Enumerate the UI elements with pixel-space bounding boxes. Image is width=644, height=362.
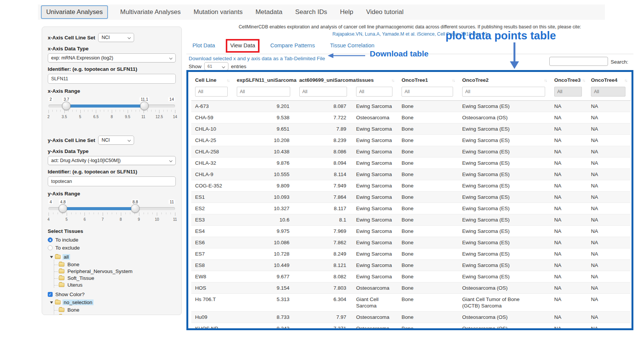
tissue-include-option[interactable]: To include	[48, 237, 176, 243]
show-color-checkbox[interactable]	[48, 292, 53, 297]
table-cell: NA	[587, 101, 631, 112]
table-row[interactable]: A-6739.2018.087Ewing SarcomaBoneEwing Sa…	[191, 101, 631, 112]
show-color-option[interactable]: Show Color?	[48, 292, 176, 297]
column-header-expslfn11-unisarcoma[interactable]: expSLFN11_uniSarcoma↑↓	[233, 73, 295, 86]
tree-node-bone[interactable]: Bone	[54, 307, 176, 313]
tree-node-bone[interactable]: Bone	[54, 262, 176, 267]
sort-icon[interactable]: ↑↓	[452, 78, 455, 83]
table-cell: Bone	[398, 226, 458, 237]
slider-handle-to[interactable]	[131, 204, 140, 213]
slider-max-label: 14	[168, 97, 175, 101]
column-header-oncotree3[interactable]: OncoTree3↑↓	[550, 73, 587, 86]
table-cell: Osteosarcoma	[352, 282, 398, 294]
include-option-label: To include	[55, 237, 78, 243]
table-row[interactable]: ES810.4498.121Ewing SarcomaBoneEwing Sar…	[191, 260, 631, 271]
x-axis-range-slider[interactable]: 2143.711.123.556.589.51112.514	[48, 97, 175, 122]
table-row[interactable]: CHLA-2510.2088.239Ewing SarcomaBoneEwing…	[191, 135, 631, 146]
tree-node-peripheral-nervous-system[interactable]: Peripheral_Nervous_System	[54, 268, 176, 274]
table-row[interactable]: CHA-599.5387.722OsteosarcomaBoneOsteosar…	[191, 112, 631, 123]
table-cell: Ewing Sarcoma	[352, 248, 398, 260]
filter-input-expslfn11-unisarcoma[interactable]	[237, 87, 290, 97]
table-cell: Bone	[398, 135, 458, 146]
y-identifier-input[interactable]	[48, 176, 176, 186]
x-data-type-select[interactable]: exp: mRNA Expression (log2)	[48, 53, 176, 62]
tissue-exclude-option[interactable]: To exclude	[48, 245, 176, 251]
nav-tab-multivariate-analyses[interactable]: Multivariate Analyses	[119, 6, 181, 18]
filter-input-tissues[interactable]	[356, 87, 392, 97]
table-cell: NA	[550, 312, 587, 323]
sort-icon[interactable]: ↑↓	[544, 78, 547, 83]
table-row[interactable]: COG-E-3529.8097.949Ewing SarcomaBoneEwin…	[191, 180, 631, 192]
table-row[interactable]: CHLA-910.5558.114Ewing SarcomaBoneEwing …	[191, 169, 631, 180]
table-row[interactable]: KHOS NP8.3437.371OsteosarcomaBoneOsteosa…	[191, 323, 631, 331]
tab-plot-data[interactable]: Plot Data	[192, 42, 215, 48]
column-header-cell-line[interactable]: Cell Line↑↓	[191, 73, 233, 86]
tab-view-data[interactable]: View Data	[230, 42, 255, 48]
nav-tab-mutation-variants[interactable]: Mutation variants	[193, 6, 243, 18]
table-row[interactable]: CHLA-109.6517.89Ewing SarcomaBoneEwing S…	[191, 123, 631, 135]
entries-per-page-select[interactable]: 61	[204, 62, 228, 70]
table-row[interactable]: Hu098.7337.97OsteosarcomaBoneOsteosarcom…	[191, 312, 631, 323]
sort-icon[interactable]: ↑↓	[227, 78, 229, 83]
y-cell-line-set-select[interactable]: NCI	[98, 136, 134, 145]
x-identifier-input[interactable]	[48, 74, 176, 84]
x-cell-line-set-select[interactable]: NCI	[98, 33, 134, 42]
table-row[interactable]: ES110.0937.864Ewing SarcomaBoneEwing Sar…	[191, 192, 631, 203]
table-row[interactable]: CHLA-329.8768.094Ewing SarcomaBoneEwing …	[191, 158, 631, 169]
tree-node-soft-tissue[interactable]: Soft_Tissue	[54, 275, 176, 281]
radio-include-icon[interactable]	[48, 237, 53, 242]
filter-input-act609699-unisarcoma[interactable]	[299, 87, 347, 97]
table-cell: CHLA-25	[191, 135, 233, 146]
filter-input-cell-line[interactable]	[195, 87, 228, 97]
tree-expander-icon[interactable]	[50, 301, 53, 304]
tab-compare-patterns[interactable]: Compare Patterns	[270, 42, 315, 48]
slider-handle-to[interactable]	[140, 101, 149, 110]
table-cell: COG-E-352	[191, 180, 233, 192]
table-row[interactable]: ES610.0867.862Ewing SarcomaBoneEwing Sar…	[191, 237, 631, 248]
y-axis-range-slider[interactable]: 4114.88.84567891011	[48, 200, 175, 225]
nav-tab-univariate-analyses[interactable]: Univariate Analyses	[41, 5, 108, 19]
table-row[interactable]: CHLA-25810.4388.086Ewing SarcomaBoneEwin…	[191, 146, 631, 158]
tree-node-no-selection[interactable]: no_selection	[50, 300, 176, 305]
y-data-type-select[interactable]: act: Drug Activity (-log10[IC50M])	[48, 156, 176, 165]
table-row[interactable]: ES310.68.1Ewing SarcomaBoneEwing Sarcoma…	[191, 214, 631, 226]
table-cell: NA	[550, 135, 587, 146]
column-header-oncotree2[interactable]: OncoTree2↑↓	[458, 73, 550, 86]
table-row[interactable]: ES49.9757.969Ewing SarcomaBoneEwing Sarc…	[191, 226, 631, 237]
filter-input-oncotree1[interactable]	[402, 87, 453, 97]
filter-input-oncotree2[interactable]	[462, 87, 545, 97]
sort-icon[interactable]: ↑↓	[582, 78, 585, 83]
column-header-oncotree1[interactable]: OncoTree1↑↓	[398, 73, 458, 86]
tree-node-label: Uterus	[66, 282, 84, 288]
tab-tissue-correlation[interactable]: Tissue Correlation	[330, 42, 374, 48]
tree-node-uterus[interactable]: Uterus	[54, 282, 176, 288]
tree-node-peripheral-nervous-system[interactable]: Peripheral_Nervous_System	[54, 314, 176, 315]
table-cell: Hs 706.T	[191, 294, 233, 312]
tree-node-all[interactable]: all	[50, 254, 176, 260]
table-cell: Bone	[398, 123, 458, 135]
radio-exclude-icon[interactable]	[48, 245, 53, 250]
column-header-act609699-unisarcoma[interactable]: act609699_uniSarcoma↑↓	[295, 73, 352, 86]
table-row[interactable]: Hs 706.T5.3136.304Giant Cell SarcomaBone…	[191, 294, 631, 312]
table-row[interactable]: ES210.3278.117Ewing SarcomaBoneEwing Sar…	[191, 203, 631, 214]
nav-tab-video-tutorial[interactable]: Video tutorial	[365, 6, 404, 18]
column-header-tissues[interactable]: tissues↑↓	[352, 73, 398, 86]
citation-link[interactable]: Rajapakse.VN, Luna.A, Yamade.M et al. iS…	[186, 31, 633, 37]
table-row[interactable]: HOS9.1547.803OsteosarcomaBoneOsteosarcom…	[191, 282, 631, 294]
download-tab-delimited-link[interactable]: Download selected x and y axis data as a…	[189, 56, 325, 61]
sort-icon[interactable]: ↑↓	[624, 78, 627, 83]
sort-icon[interactable]: ↑↓	[391, 78, 394, 83]
table-row[interactable]: ES710.7288.249Ewing SarcomaBoneEwing Sar…	[191, 248, 631, 260]
nav-tab-metadata[interactable]: Metadata	[255, 6, 283, 18]
column-header-oncotree4[interactable]: OncoTree4↑↓	[587, 73, 631, 86]
table-cell: NA	[587, 282, 631, 294]
table-search-input[interactable]	[549, 57, 608, 66]
slider-handle-from[interactable]	[59, 204, 67, 213]
show-color-label: Show Color?	[55, 292, 84, 297]
nav-tab-help[interactable]: Help	[339, 6, 354, 18]
table-cell: 7.803	[295, 282, 352, 294]
tree-expander-icon[interactable]	[50, 256, 53, 258]
slider-handle-from[interactable]	[62, 101, 71, 110]
nav-tab-search-ids[interactable]: Search IDs	[294, 6, 328, 18]
table-row[interactable]: EW89.6778.082Ewing SarcomaBoneEwing Sarc…	[191, 271, 631, 282]
